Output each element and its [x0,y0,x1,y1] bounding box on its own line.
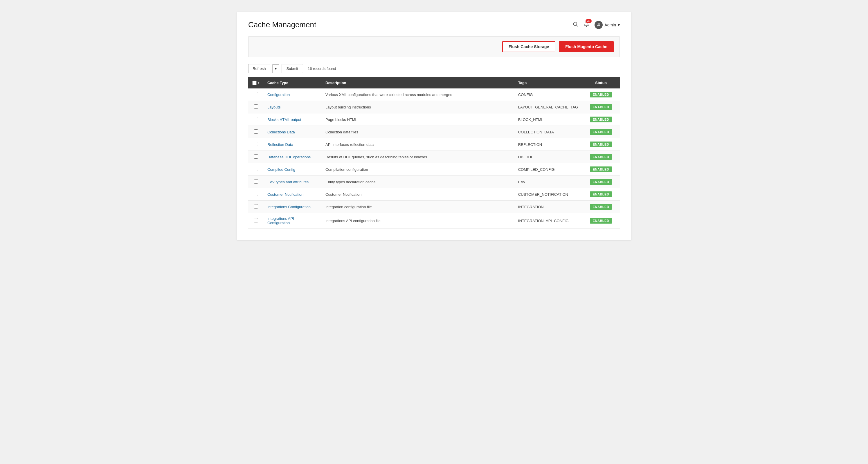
select-all-arrow[interactable]: ▾ [258,81,259,85]
status-badge: ENABLED [590,129,612,135]
flush-cache-storage-button[interactable]: Flush Cache Storage [502,41,555,52]
row-checkbox-cell [248,113,263,126]
row-checkbox-cell [248,138,263,151]
row-cache-type[interactable]: Collections Data [263,126,321,138]
notification-icon[interactable]: 39 [584,21,589,28]
th-description: Description [321,77,514,89]
status-badge: ENABLED [590,154,612,160]
row-checkbox[interactable] [254,204,258,208]
row-checkbox[interactable] [254,167,258,171]
svg-point-0 [574,22,577,26]
row-status-cell: ENABLED [582,113,620,126]
svg-line-1 [577,25,578,26]
row-checkbox-cell [248,213,263,229]
page-header: Cache Management 39 [248,20,620,29]
row-status-cell: ENABLED [582,176,620,188]
row-cache-type[interactable]: EAV types and attributes [263,176,321,188]
row-tags: CONFIG [514,89,582,101]
row-checkbox-cell [248,188,263,201]
row-tags: LAYOUT_GENERAL_CACHE_TAG [514,101,582,113]
row-description: Page blocks HTML [321,113,514,126]
table-row: EAV types and attributesEntity types dec… [248,176,620,188]
page-title: Cache Management [248,20,316,29]
row-cache-type[interactable]: Configuration [263,89,321,101]
row-checkbox-cell [248,151,263,163]
row-description: Results of DDL queries, such as describi… [321,151,514,163]
row-cache-type[interactable]: Customer Notification [263,188,321,201]
row-tags: DB_DDL [514,151,582,163]
table-row: Integrations API ConfigurationIntegratio… [248,213,620,229]
row-description: Integration configuration file [321,201,514,213]
row-checkbox[interactable] [254,218,258,223]
select-all-checkbox[interactable] [252,80,257,85]
status-badge: ENABLED [590,166,612,172]
svg-point-2 [598,23,599,25]
main-card: Cache Management 39 [237,11,631,240]
row-checkbox[interactable] [254,92,258,96]
row-description: Compilation configuration [321,163,514,176]
refresh-dropdown-button[interactable]: ▾ [272,64,279,73]
refresh-button[interactable]: Refresh [248,64,270,73]
row-tags: EAV [514,176,582,188]
row-checkbox[interactable] [254,117,258,121]
row-tags: BLOCK_HTML [514,113,582,126]
th-cache-type: Cache Type [263,77,321,89]
action-bar: Flush Cache Storage Flush Magento Cache [248,36,620,57]
search-icon[interactable] [572,21,578,28]
row-status-cell: ENABLED [582,163,620,176]
row-checkbox-cell [248,89,263,101]
status-badge: ENABLED [590,204,612,210]
row-tags: COLLECTION_DATA [514,126,582,138]
row-cache-type[interactable]: Integrations Configuration [263,201,321,213]
row-tags: REFLECTION [514,138,582,151]
table-row: Integrations ConfigurationIntegration co… [248,201,620,213]
table-row: ConfigurationVarious XML configurations … [248,89,620,101]
header-actions: 39 Admin ▾ [572,21,620,29]
row-tags: CUSTOMER_NOTIFICATION [514,188,582,201]
table-row: LayoutsLayout building instructionsLAYOU… [248,101,620,113]
toolbar: Refresh ▾ Submit 16 records found [248,64,620,73]
row-cache-type[interactable]: Integrations API Configuration [263,213,321,229]
row-description: Collection data files [321,126,514,138]
table-row: Database DDL operationsResults of DDL qu… [248,151,620,163]
row-cache-type[interactable]: Reflection Data [263,138,321,151]
row-cache-type[interactable]: Layouts [263,101,321,113]
th-status: Status [582,77,620,89]
row-description: Various XML configurations that were col… [321,89,514,101]
row-checkbox[interactable] [254,129,258,134]
row-tags: INTEGRATION_API_CONFIG [514,213,582,229]
table-row: Compiled ConfigCompilation configuration… [248,163,620,176]
row-cache-type[interactable]: Compiled Config [263,163,321,176]
row-checkbox[interactable] [254,179,258,184]
status-badge: ENABLED [590,191,612,197]
row-description: Layout building instructions [321,101,514,113]
table-row: Reflection DataAPI interfaces reflection… [248,138,620,151]
cache-table: ▾ Cache Type Description Tags Status Con… [248,77,620,229]
row-checkbox-cell [248,201,263,213]
status-badge: ENABLED [590,104,612,110]
row-status-cell: ENABLED [582,151,620,163]
row-description: Entity types declaration cache [321,176,514,188]
row-cache-type[interactable]: Database DDL operations [263,151,321,163]
status-badge: ENABLED [590,218,612,224]
row-checkbox[interactable] [254,142,258,146]
th-tags: Tags [514,77,582,89]
row-checkbox[interactable] [254,154,258,159]
table-row: Blocks HTML outputPage blocks HTMLBLOCK_… [248,113,620,126]
table-row: Collections DataCollection data filesCOL… [248,126,620,138]
admin-label: Admin [604,23,616,27]
row-checkbox-cell [248,101,263,113]
row-cache-type[interactable]: Blocks HTML output [263,113,321,126]
submit-button[interactable]: Submit [282,64,303,73]
status-badge: ENABLED [590,141,612,147]
row-status-cell: ENABLED [582,138,620,151]
admin-menu[interactable]: Admin ▾ [594,21,620,29]
row-status-cell: ENABLED [582,188,620,201]
row-status-cell: ENABLED [582,201,620,213]
status-badge: ENABLED [590,92,612,97]
flush-magento-cache-button[interactable]: Flush Magento Cache [559,41,614,52]
row-checkbox[interactable] [254,192,258,196]
row-checkbox[interactable] [254,104,258,109]
row-description: Integrations API configuration file [321,213,514,229]
row-tags: INTEGRATION [514,201,582,213]
